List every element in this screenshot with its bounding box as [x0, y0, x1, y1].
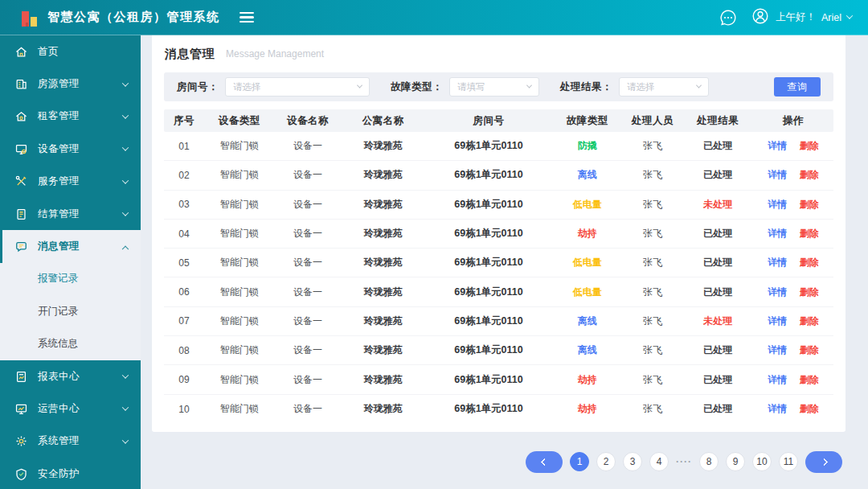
sidebar-subitem-door-records[interactable]: 开门记录 [0, 295, 141, 327]
column-header: 设备名称 [274, 114, 341, 128]
sidebar-item-housing[interactable]: 房源管理 [0, 68, 141, 100]
cell-handler: 张飞 [623, 314, 683, 328]
cell-index: 10 [164, 404, 204, 415]
shield-icon [14, 467, 28, 481]
cell-device-name: 设备一 [274, 227, 341, 240]
detail-link[interactable]: 详情 [768, 140, 787, 151]
handle-result-select[interactable]: 请选择 [619, 77, 709, 97]
delete-link[interactable]: 删除 [800, 315, 819, 327]
cell-room-number: 69栋1单元0110 [425, 198, 552, 212]
page-button-10[interactable]: 10 [752, 452, 772, 471]
delete-link[interactable]: 删除 [800, 403, 819, 414]
next-page-button[interactable] [805, 451, 842, 473]
detail-link[interactable]: 详情 [768, 315, 787, 327]
cell-device-type: 智能门锁 [204, 402, 274, 416]
cell-handler: 张飞 [623, 402, 683, 416]
sidebar-item-device[interactable]: 设备管理 [0, 133, 141, 165]
pagination: 1234····891011 [152, 451, 845, 473]
sidebar-item-service[interactable]: 服务管理 [0, 166, 141, 198]
room-number-select[interactable]: 请选择 [225, 77, 370, 97]
cell-handler: 张飞 [623, 168, 683, 182]
sidebar-item-report[interactable]: 报表中心 [0, 360, 141, 392]
sidebar-item-label: 消息管理 [38, 240, 123, 253]
hamburger-menu-icon[interactable] [236, 9, 257, 27]
column-header: 故障类型 [552, 114, 622, 128]
sidebar-subitem-alarm-records[interactable]: 报警记录 [0, 263, 141, 295]
cell-apartment-name: 玲珑雅苑 [342, 256, 425, 269]
column-header: 操作 [753, 114, 833, 128]
sidebar-item-home[interactable]: 首页 [0, 35, 141, 68]
detail-link[interactable]: 详情 [768, 228, 787, 239]
prev-page-button[interactable] [526, 451, 563, 473]
settlement-icon [14, 208, 28, 221]
sidebar-item-security[interactable]: 安全防护 [0, 458, 141, 489]
cell-actions: 详情 删除 [753, 168, 833, 182]
delete-link[interactable]: 删除 [800, 169, 819, 180]
cell-result: 未处理 [683, 314, 753, 328]
search-button[interactable]: 查询 [774, 77, 821, 97]
home-icon [14, 45, 28, 59]
user-avatar-icon [751, 6, 770, 28]
detail-link[interactable]: 详情 [768, 403, 787, 414]
table-row: 08 智能门锁 设备一 玲珑雅苑 69栋1单元0110 离线 张飞 已处理 详情… [164, 336, 833, 365]
delete-link[interactable]: 删除 [800, 199, 819, 210]
delete-link[interactable]: 删除 [800, 140, 819, 151]
sidebar-item-operation[interactable]: 运营中心 [0, 392, 141, 425]
sidebar-item-system[interactable]: 系统管理 [0, 425, 141, 458]
filter-group: 处理结果： 请选择 [560, 77, 709, 97]
top-header: 智慧公寓（公租房）管理系统 [0, 0, 868, 35]
cell-fault-type: 离线 [552, 343, 622, 357]
cell-result: 已处理 [683, 168, 753, 182]
user-menu[interactable]: 上午好！ Ariel [751, 6, 852, 28]
sidebar-item-settlement[interactable]: 结算管理 [0, 198, 141, 230]
delete-link[interactable]: 删除 [800, 374, 819, 385]
cell-apartment-name: 玲珑雅苑 [342, 402, 425, 416]
username: Ariel [821, 12, 841, 23]
table-body: 01 智能门锁 设备一 玲珑雅苑 69栋1单元0110 防撬 张飞 已处理 详情… [164, 132, 833, 424]
page-button-4[interactable]: 4 [649, 452, 669, 471]
service-icon [14, 175, 28, 188]
delete-link[interactable]: 删除 [800, 228, 819, 239]
cell-device-name: 设备一 [274, 168, 341, 182]
detail-link[interactable]: 详情 [768, 257, 787, 268]
page-button-8[interactable]: 8 [699, 452, 719, 471]
cell-device-name: 设备一 [274, 198, 341, 212]
cell-index: 03 [164, 199, 204, 210]
sidebar-subitem-system-info[interactable]: 系统信息 [0, 328, 141, 360]
cell-device-type: 智能门锁 [204, 227, 274, 240]
detail-link[interactable]: 详情 [768, 199, 787, 210]
cell-device-name: 设备一 [274, 314, 341, 328]
page-button-9[interactable]: 9 [726, 452, 745, 471]
app-logo-icon [21, 8, 39, 27]
cell-index: 02 [164, 170, 204, 181]
page-title: 消息管理 [165, 47, 215, 62]
cell-device-type: 智能门锁 [204, 168, 274, 182]
system-icon [14, 434, 28, 448]
sidebar-item-tenant[interactable]: 租客管理 [0, 101, 141, 133]
cell-fault-type: 低电量 [552, 256, 622, 269]
cell-fault-type: 劫持 [552, 227, 622, 240]
cell-index: 06 [164, 286, 204, 298]
delete-link[interactable]: 删除 [800, 344, 819, 355]
fault-type-select[interactable]: 请填写 [449, 77, 539, 97]
cell-apartment-name: 玲珑雅苑 [342, 139, 425, 153]
cell-index: 09 [164, 374, 204, 385]
cell-result: 未处理 [683, 198, 753, 212]
detail-link[interactable]: 详情 [768, 169, 787, 180]
page-button-3[interactable]: 3 [623, 452, 642, 471]
cell-device-type: 智能门锁 [204, 256, 274, 269]
page-button-11[interactable]: 11 [779, 452, 798, 471]
page-button-2[interactable]: 2 [596, 452, 616, 471]
page-button-1[interactable]: 1 [570, 452, 589, 471]
cell-actions: 详情 删除 [753, 198, 833, 212]
message-bubble-icon[interactable] [719, 8, 738, 27]
delete-link[interactable]: 删除 [800, 257, 819, 268]
cell-device-name: 设备一 [274, 139, 341, 153]
detail-link[interactable]: 详情 [768, 374, 787, 385]
detail-link[interactable]: 详情 [768, 286, 787, 298]
sidebar-item-message[interactable]: 消息管理 [0, 230, 141, 262]
cell-handler: 张飞 [623, 373, 683, 387]
detail-link[interactable]: 详情 [768, 344, 787, 355]
delete-link[interactable]: 删除 [800, 286, 819, 298]
filter-group: 故障类型： 请填写 [391, 77, 539, 97]
